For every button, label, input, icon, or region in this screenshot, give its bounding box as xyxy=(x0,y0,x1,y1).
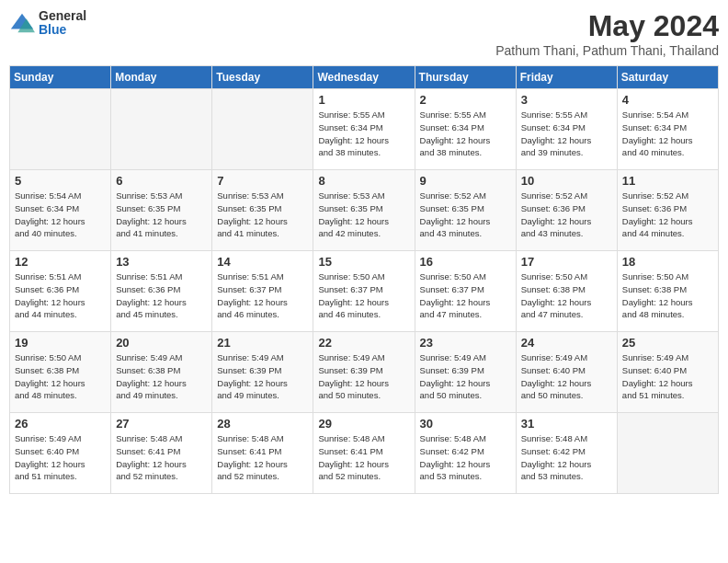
day-cell xyxy=(212,89,313,170)
day-cell: 3Sunrise: 5:55 AM Sunset: 6:34 PM Daylig… xyxy=(516,89,617,170)
col-header-friday: Friday xyxy=(516,66,617,89)
day-detail: Sunrise: 5:53 AM Sunset: 6:35 PM Dayligh… xyxy=(217,190,308,240)
day-cell: 1Sunrise: 5:55 AM Sunset: 6:34 PM Daylig… xyxy=(313,89,415,170)
day-cell xyxy=(10,89,111,170)
day-detail: Sunrise: 5:55 AM Sunset: 6:34 PM Dayligh… xyxy=(521,109,612,159)
day-cell xyxy=(111,89,212,170)
day-cell: 14Sunrise: 5:51 AM Sunset: 6:37 PM Dayli… xyxy=(212,251,313,332)
day-number: 27 xyxy=(116,417,207,431)
calendar-table: SundayMondayTuesdayWednesdayThursdayFrid… xyxy=(9,65,719,494)
day-number: 4 xyxy=(622,93,713,107)
day-number: 16 xyxy=(420,255,511,269)
day-number: 20 xyxy=(116,336,207,350)
day-number: 25 xyxy=(622,336,713,350)
day-cell: 12Sunrise: 5:51 AM Sunset: 6:36 PM Dayli… xyxy=(10,251,111,332)
day-number: 11 xyxy=(622,174,713,188)
day-number: 29 xyxy=(318,417,409,431)
day-number: 7 xyxy=(217,174,308,188)
day-detail: Sunrise: 5:52 AM Sunset: 6:36 PM Dayligh… xyxy=(521,190,612,240)
day-cell: 31Sunrise: 5:48 AM Sunset: 6:42 PM Dayli… xyxy=(516,413,617,494)
day-number: 10 xyxy=(521,174,612,188)
day-number: 13 xyxy=(116,255,207,269)
day-cell: 13Sunrise: 5:51 AM Sunset: 6:36 PM Dayli… xyxy=(111,251,212,332)
day-cell: 4Sunrise: 5:54 AM Sunset: 6:34 PM Daylig… xyxy=(617,89,718,170)
day-detail: Sunrise: 5:52 AM Sunset: 6:35 PM Dayligh… xyxy=(420,190,511,240)
day-cell: 25Sunrise: 5:49 AM Sunset: 6:40 PM Dayli… xyxy=(617,332,718,413)
day-number: 28 xyxy=(217,417,308,431)
logo: General Blue xyxy=(9,9,86,38)
page-header: General Blue May 2024 Pathum Thani, Path… xyxy=(9,9,719,58)
day-number: 30 xyxy=(420,417,511,431)
day-number: 18 xyxy=(622,255,713,269)
day-detail: Sunrise: 5:55 AM Sunset: 6:34 PM Dayligh… xyxy=(420,109,511,159)
day-detail: Sunrise: 5:50 AM Sunset: 6:37 PM Dayligh… xyxy=(420,270,511,321)
day-detail: Sunrise: 5:49 AM Sunset: 6:39 PM Dayligh… xyxy=(420,351,511,402)
day-number: 26 xyxy=(15,417,106,431)
day-cell: 16Sunrise: 5:50 AM Sunset: 6:37 PM Dayli… xyxy=(415,251,516,332)
header-row: SundayMondayTuesdayWednesdayThursdayFrid… xyxy=(10,66,719,89)
week-row-4: 19Sunrise: 5:50 AM Sunset: 6:38 PM Dayli… xyxy=(10,332,719,413)
day-number: 19 xyxy=(15,336,106,350)
day-detail: Sunrise: 5:50 AM Sunset: 6:37 PM Dayligh… xyxy=(318,270,409,321)
day-number: 15 xyxy=(318,255,409,269)
day-detail: Sunrise: 5:49 AM Sunset: 6:40 PM Dayligh… xyxy=(521,351,612,402)
day-detail: Sunrise: 5:49 AM Sunset: 6:40 PM Dayligh… xyxy=(622,351,713,402)
day-cell: 15Sunrise: 5:50 AM Sunset: 6:37 PM Dayli… xyxy=(313,251,415,332)
day-number: 6 xyxy=(116,174,207,188)
day-number: 31 xyxy=(521,417,612,431)
day-cell: 6Sunrise: 5:53 AM Sunset: 6:35 PM Daylig… xyxy=(111,170,212,251)
day-detail: Sunrise: 5:53 AM Sunset: 6:35 PM Dayligh… xyxy=(116,190,207,240)
day-cell: 30Sunrise: 5:48 AM Sunset: 6:42 PM Dayli… xyxy=(415,413,516,494)
day-cell: 17Sunrise: 5:50 AM Sunset: 6:38 PM Dayli… xyxy=(516,251,617,332)
col-header-monday: Monday xyxy=(111,66,212,89)
day-cell: 26Sunrise: 5:49 AM Sunset: 6:40 PM Dayli… xyxy=(10,413,111,494)
col-header-saturday: Saturday xyxy=(617,66,718,89)
day-cell: 20Sunrise: 5:49 AM Sunset: 6:38 PM Dayli… xyxy=(111,332,212,413)
day-detail: Sunrise: 5:51 AM Sunset: 6:36 PM Dayligh… xyxy=(116,270,207,321)
day-number: 14 xyxy=(217,255,308,269)
main-title: May 2024 xyxy=(495,9,719,43)
day-detail: Sunrise: 5:55 AM Sunset: 6:34 PM Dayligh… xyxy=(318,109,409,159)
day-cell: 27Sunrise: 5:48 AM Sunset: 6:41 PM Dayli… xyxy=(111,413,212,494)
day-cell: 9Sunrise: 5:52 AM Sunset: 6:35 PM Daylig… xyxy=(415,170,516,251)
day-cell: 5Sunrise: 5:54 AM Sunset: 6:34 PM Daylig… xyxy=(10,170,111,251)
week-row-3: 12Sunrise: 5:51 AM Sunset: 6:36 PM Dayli… xyxy=(10,251,719,332)
logo-general: General xyxy=(39,9,86,23)
logo-text: General Blue xyxy=(39,9,86,38)
day-number: 22 xyxy=(318,336,409,350)
day-cell: 19Sunrise: 5:50 AM Sunset: 6:38 PM Dayli… xyxy=(10,332,111,413)
day-detail: Sunrise: 5:51 AM Sunset: 6:37 PM Dayligh… xyxy=(217,270,308,321)
day-number: 9 xyxy=(420,174,511,188)
day-cell: 18Sunrise: 5:50 AM Sunset: 6:38 PM Dayli… xyxy=(617,251,718,332)
day-number: 17 xyxy=(521,255,612,269)
day-detail: Sunrise: 5:48 AM Sunset: 6:41 PM Dayligh… xyxy=(318,432,409,483)
day-cell: 2Sunrise: 5:55 AM Sunset: 6:34 PM Daylig… xyxy=(415,89,516,170)
day-number: 24 xyxy=(521,336,612,350)
day-detail: Sunrise: 5:48 AM Sunset: 6:41 PM Dayligh… xyxy=(116,432,207,483)
day-detail: Sunrise: 5:49 AM Sunset: 6:39 PM Dayligh… xyxy=(217,351,308,402)
day-number: 23 xyxy=(420,336,511,350)
day-detail: Sunrise: 5:48 AM Sunset: 6:42 PM Dayligh… xyxy=(420,432,511,483)
col-header-wednesday: Wednesday xyxy=(313,66,415,89)
week-row-1: 1Sunrise: 5:55 AM Sunset: 6:34 PM Daylig… xyxy=(10,89,719,170)
day-detail: Sunrise: 5:48 AM Sunset: 6:42 PM Dayligh… xyxy=(521,432,612,483)
day-detail: Sunrise: 5:50 AM Sunset: 6:38 PM Dayligh… xyxy=(521,270,612,321)
week-row-5: 26Sunrise: 5:49 AM Sunset: 6:40 PM Dayli… xyxy=(10,413,719,494)
day-cell: 11Sunrise: 5:52 AM Sunset: 6:36 PM Dayli… xyxy=(617,170,718,251)
day-number: 21 xyxy=(217,336,308,350)
col-header-sunday: Sunday xyxy=(10,66,111,89)
day-cell: 21Sunrise: 5:49 AM Sunset: 6:39 PM Dayli… xyxy=(212,332,313,413)
day-number: 8 xyxy=(318,174,409,188)
day-detail: Sunrise: 5:51 AM Sunset: 6:36 PM Dayligh… xyxy=(15,270,106,321)
day-number: 2 xyxy=(420,93,511,107)
day-detail: Sunrise: 5:50 AM Sunset: 6:38 PM Dayligh… xyxy=(622,270,713,321)
day-detail: Sunrise: 5:49 AM Sunset: 6:39 PM Dayligh… xyxy=(318,351,409,402)
day-number: 5 xyxy=(15,174,106,188)
day-cell xyxy=(617,413,718,494)
day-detail: Sunrise: 5:48 AM Sunset: 6:41 PM Dayligh… xyxy=(217,432,308,483)
col-header-thursday: Thursday xyxy=(415,66,516,89)
week-row-2: 5Sunrise: 5:54 AM Sunset: 6:34 PM Daylig… xyxy=(10,170,719,251)
day-cell: 24Sunrise: 5:49 AM Sunset: 6:40 PM Dayli… xyxy=(516,332,617,413)
day-detail: Sunrise: 5:52 AM Sunset: 6:36 PM Dayligh… xyxy=(622,190,713,240)
title-block: May 2024 Pathum Thani, Pathum Thani, Tha… xyxy=(495,9,719,58)
